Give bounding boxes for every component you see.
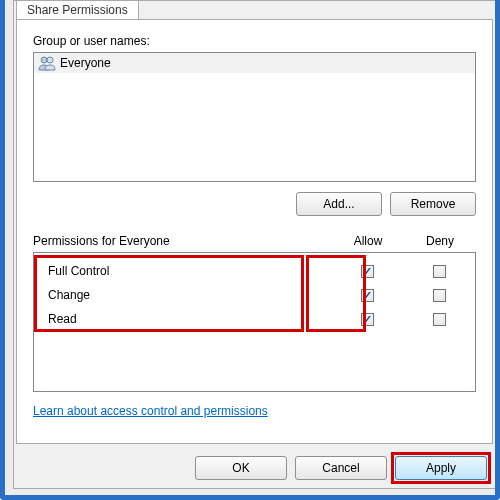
group-button-row: Add... Remove [33,192,476,216]
svg-point-1 [47,57,53,63]
tab-row: Share Permissions [16,0,139,20]
deny-checkbox-full-control[interactable] [433,265,446,278]
permission-name: Read [48,312,331,326]
tab-panel: Group or user names: Everyone Add [16,19,493,444]
permission-name: Change [48,288,331,302]
svg-point-0 [41,57,47,63]
group-item-name: Everyone [60,56,111,70]
cancel-button[interactable]: Cancel [295,456,387,480]
deny-column-header: Deny [404,234,476,248]
deny-checkbox-read[interactable] [433,313,446,326]
allow-checkbox-full-control[interactable] [361,265,374,278]
table-row: Read [34,307,475,331]
allow-checkbox-change[interactable] [361,289,374,302]
add-button[interactable]: Add... [296,192,382,216]
permissions-listbox: Full Control Change Read [33,252,476,392]
dialog: Share Permissions Group or user names: E… [13,0,495,489]
table-row: Change [34,283,475,307]
tab-share-permissions[interactable]: Share Permissions [16,0,139,20]
permission-name: Full Control [48,264,331,278]
group-names-label: Group or user names: [33,34,476,48]
remove-button[interactable]: Remove [390,192,476,216]
apply-button[interactable]: Apply [395,456,487,480]
deny-checkbox-change[interactable] [433,289,446,302]
allow-column-header: Allow [332,234,404,248]
list-item[interactable]: Everyone [34,53,475,73]
users-group-icon [38,55,56,71]
window-frame: Share Permissions Group or user names: E… [0,0,500,500]
allow-checkbox-read[interactable] [361,313,374,326]
group-names-listbox[interactable]: Everyone [33,52,476,182]
permissions-for-label: Permissions for Everyone [33,234,332,248]
permissions-header: Permissions for Everyone Allow Deny [33,234,476,248]
ok-button[interactable]: OK [195,456,287,480]
table-row: Full Control [34,259,475,283]
learn-link[interactable]: Learn about access control and permissio… [33,404,268,418]
dialog-button-row: OK Cancel Apply [195,456,487,480]
